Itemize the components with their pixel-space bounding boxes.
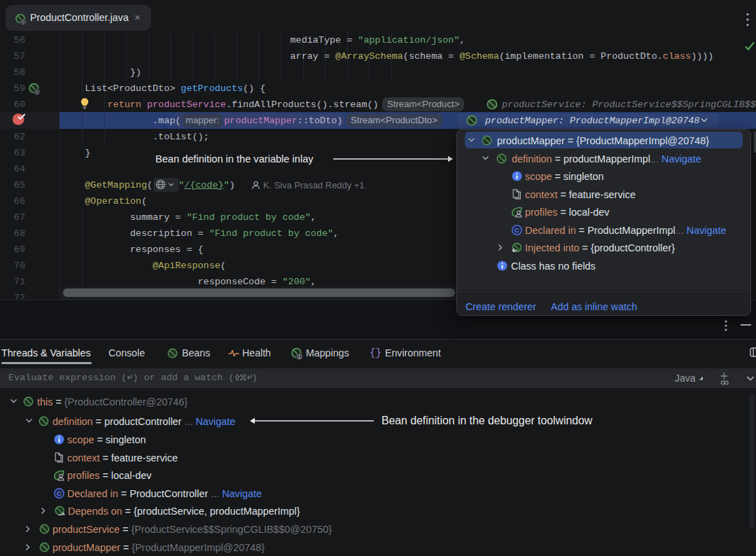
svg-text:C: C [514,226,519,234]
svg-text:C: C [57,489,62,497]
